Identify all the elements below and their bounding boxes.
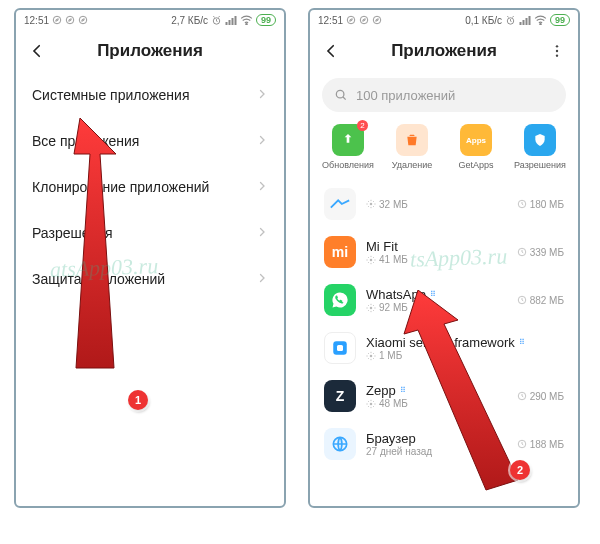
app-bar: Приложения [16, 30, 284, 72]
clock-icon [517, 199, 527, 209]
gear-icon [366, 199, 376, 209]
qa-updates[interactable]: 2 Обновления [318, 124, 378, 170]
app-storage: 290 МБ [530, 391, 564, 402]
menu-system-apps[interactable]: Системные приложения [16, 72, 284, 118]
qa-permissions[interactable]: Разрешения [510, 124, 570, 170]
chevron-right-icon [256, 271, 268, 287]
alarm-icon [505, 15, 516, 26]
app-storage: 882 МБ [530, 295, 564, 306]
svg-point-26 [370, 306, 373, 309]
status-net: 2,7 КБ/с [171, 15, 208, 26]
gear-icon [366, 399, 376, 409]
svg-point-18 [556, 45, 558, 47]
chevron-right-icon [256, 87, 268, 103]
app-icon [324, 428, 356, 460]
menu-clone-apps[interactable]: Клонирование приложений [16, 164, 284, 210]
svg-rect-14 [522, 20, 524, 25]
svg-point-10 [360, 16, 368, 24]
menu-all-apps[interactable]: Все приложения [16, 118, 284, 164]
app-size: 41 МБ [379, 254, 408, 265]
gear-icon [366, 255, 376, 265]
chevron-right-icon [256, 179, 268, 195]
svg-point-17 [540, 24, 541, 25]
compass-icon [346, 15, 356, 25]
back-button[interactable] [26, 40, 48, 62]
compass-icon [78, 15, 88, 25]
svg-point-22 [370, 203, 373, 206]
app-row[interactable]: 32 МБ 180 МБ [310, 180, 578, 228]
battery-icon: 99 [550, 14, 570, 26]
svg-point-1 [66, 16, 74, 24]
menu-protect-apps[interactable]: Защита приложений [16, 256, 284, 302]
status-bar: 12:51 2,7 КБ/с 99 [16, 10, 284, 30]
globe-icon [330, 434, 350, 454]
app-name: Zepp [366, 383, 396, 398]
app-row-zepp[interactable]: Z Zepp⠿ 48 МБ 290 МБ [310, 372, 578, 420]
updates-badge: 2 [357, 120, 368, 131]
app-icon [324, 284, 356, 316]
app-size: 1 МБ [379, 350, 402, 361]
app-row-xiaomi-sf[interactable]: Xiaomi service framework⠿ 1 МБ [310, 324, 578, 372]
app-name: Mi Fit [366, 239, 398, 254]
clock-icon [517, 295, 527, 305]
search-placeholder: 100 приложений [356, 88, 455, 103]
menu-label: Клонирование приложений [32, 179, 209, 195]
chevron-right-icon [256, 133, 268, 149]
svg-point-11 [373, 16, 381, 24]
search-input[interactable]: 100 приложений [322, 78, 566, 112]
gear-icon [366, 303, 376, 313]
qa-getapps[interactable]: Apps GetApps [446, 124, 506, 170]
app-name: Браузер [366, 431, 416, 446]
svg-point-2 [79, 16, 87, 24]
more-button[interactable] [546, 40, 568, 62]
page-title: Приложения [48, 41, 252, 61]
compass-icon [359, 15, 369, 25]
app-storage: 339 МБ [530, 247, 564, 258]
svg-rect-16 [528, 16, 530, 25]
app-icon: mi [324, 236, 356, 268]
app-size: 32 МБ [379, 199, 408, 210]
clock-icon [517, 391, 527, 401]
quick-actions: 2 Обновления Удаление Apps GetApps Разре… [310, 122, 578, 180]
svg-rect-15 [525, 18, 527, 25]
svg-point-9 [347, 16, 355, 24]
back-button[interactable] [320, 40, 342, 62]
qa-label: Обновления [322, 160, 374, 170]
app-bar: Приложения [310, 30, 578, 72]
svg-rect-13 [519, 22, 521, 25]
svg-point-31 [370, 402, 373, 405]
chevron-right-icon [256, 225, 268, 241]
svg-point-8 [246, 24, 247, 25]
alarm-icon [211, 15, 222, 26]
trash-icon [404, 132, 420, 148]
search-icon [334, 88, 348, 102]
phone-right: 12:51 0,1 КБ/с 99 Приложения 100 приложе… [308, 8, 580, 508]
app-row-whatsapp[interactable]: WhatsApp⠿ 92 МБ 882 МБ [310, 276, 578, 324]
running-indicator-icon: ⠿ [400, 386, 407, 395]
app-row-browser[interactable]: Браузер 27 дней назад 188 МБ [310, 420, 578, 468]
qa-uninstall[interactable]: Удаление [382, 124, 442, 170]
whatsapp-icon [331, 291, 349, 309]
qa-label: Разрешения [514, 160, 566, 170]
compass-icon [372, 15, 382, 25]
app-size: 92 МБ [379, 302, 408, 313]
app-icon: Z [324, 380, 356, 412]
running-indicator-icon: ⠿ [430, 290, 437, 299]
qa-label: GetApps [458, 160, 493, 170]
svg-point-30 [370, 354, 373, 357]
app-storage: 180 МБ [530, 199, 564, 210]
app-storage: 188 МБ [530, 439, 564, 450]
svg-rect-6 [231, 18, 233, 25]
svg-point-20 [556, 54, 558, 56]
signal-icon [225, 15, 237, 25]
app-icon [324, 332, 356, 364]
app-list: 32 МБ 180 МБ mi Mi Fit 41 МБ 339 МБ [310, 180, 578, 468]
svg-point-19 [556, 50, 558, 52]
menu-label: Защита приложений [32, 271, 165, 287]
wifi-icon [534, 15, 547, 25]
app-size: 27 дней назад [366, 446, 432, 457]
status-bar: 12:51 0,1 КБ/с 99 [310, 10, 578, 30]
menu-permissions[interactable]: Разрешения [16, 210, 284, 256]
app-row-mifit[interactable]: mi Mi Fit 41 МБ 339 МБ [310, 228, 578, 276]
settings-menu: Системные приложения Все приложения Клон… [16, 72, 284, 302]
